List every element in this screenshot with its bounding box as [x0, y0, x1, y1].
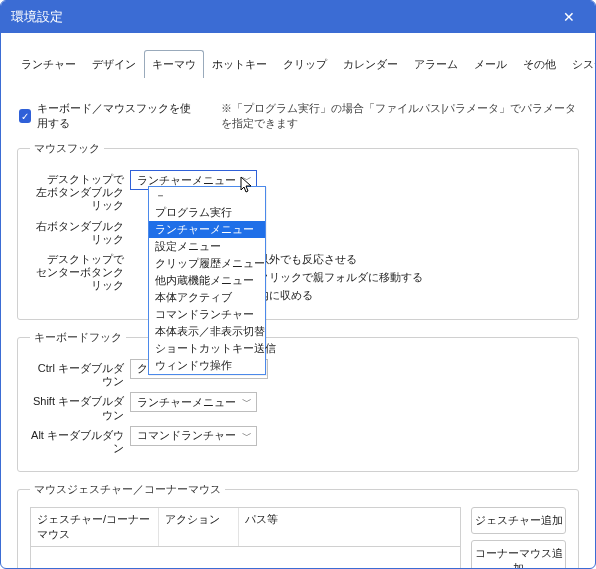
select-value: ランチャーメニュー — [137, 395, 236, 410]
tab-hotkey[interactable]: ホットキー — [204, 50, 275, 78]
gesture-table[interactable]: ジェスチャー/コーナーマウス アクション パス等 — [30, 507, 461, 569]
gesture-col-0: ジェスチャー/コーナーマウス — [31, 508, 159, 546]
add-corner-button[interactable]: コーナーマウス追加 — [471, 540, 566, 569]
dropdown-option[interactable]: ショートカットキー送信 — [149, 340, 265, 357]
tab-alarm[interactable]: アラーム — [406, 50, 466, 78]
chevron-down-icon: ﹀ — [242, 395, 252, 409]
gesture-group: マウスジェスチャー／コーナーマウス ジェスチャー/コーナーマウス アクション パ… — [17, 482, 579, 569]
add-gesture-button[interactable]: ジェスチャー追加 — [471, 507, 566, 534]
tab-mail[interactable]: メール — [466, 50, 515, 78]
dropdown-option-selected[interactable]: ランチャーメニュー — [149, 221, 265, 238]
gesture-legend: マウスジェスチャー／コーナーマウス — [30, 482, 225, 497]
dropdown-list[interactable]: － プログラム実行 ランチャーメニュー 設定メニュー クリップ履歴メニュー 他内… — [148, 186, 266, 375]
tab-calendar[interactable]: カレンダー — [335, 50, 406, 78]
alt-dbldown-label: Alt キーダブルダウン — [30, 426, 130, 455]
mouse-hook-group: マウスフック デスクトップで 左ボタンダブルクリック ランチャーメニュー ﹀ 右… — [17, 141, 579, 320]
window-title: 環境設定 — [11, 8, 63, 26]
tab-design[interactable]: デザイン — [84, 50, 144, 78]
gesture-col-2: パス等 — [239, 508, 460, 546]
use-hook-checkbox[interactable]: ✓ — [19, 109, 31, 123]
dropdown-option[interactable]: 設定メニュー — [149, 238, 265, 255]
tab-clip[interactable]: クリップ — [275, 50, 335, 78]
dropdown-option[interactable]: プログラム実行 — [149, 204, 265, 221]
tab-system[interactable]: システム — [564, 50, 596, 78]
dropdown-option[interactable]: ウィンドウ操作 — [149, 357, 265, 374]
right-dblclick-label: 右ボタンダブルクリック — [30, 217, 130, 246]
dropdown-option[interactable]: クリップ履歴メニュー — [149, 255, 265, 272]
tab-strip: ランチャー デザイン キーマウ ホットキー クリップ カレンダー アラーム メー… — [13, 50, 596, 78]
keyboard-hook-legend: キーボードフック — [30, 330, 126, 345]
shift-dbldown-select[interactable]: ランチャーメニュー ﹀ — [130, 392, 257, 412]
close-icon[interactable]: ✕ — [553, 1, 585, 33]
param-hint: ※「プログラム実行」の場合「ファイルパス|パラメータ」でパラメータを指定できます — [221, 101, 579, 131]
select-value: コマンドランチャー — [137, 428, 236, 443]
desktop-left-dblclick-label: デスクトップで 左ボタンダブルクリック — [30, 170, 130, 213]
tab-keymouse[interactable]: キーマウ — [144, 50, 204, 78]
shift-dbldown-label: Shift キーダブルダウン — [30, 392, 130, 421]
gesture-col-1: アクション — [159, 508, 239, 546]
chevron-down-icon: ﹀ — [242, 429, 252, 443]
side-text-1: 以外でも反応させる — [258, 252, 423, 267]
keyboard-hook-group: キーボードフック Ctrl キーダブルダウン クリップ履歴メニュー ﹀ Shif… — [17, 330, 579, 472]
desktop-center-click-label: デスクトップで センターボタンクリック — [30, 250, 130, 293]
dropdown-option[interactable]: 他内蔵機能メニュー — [149, 272, 265, 289]
dropdown-option[interactable]: コマンドランチャー — [149, 306, 265, 323]
dropdown-option[interactable]: 本体表示／非表示切替 — [149, 323, 265, 340]
chevron-down-icon: ﹀ — [242, 173, 252, 187]
alt-dbldown-select[interactable]: コマンドランチャー ﹀ — [130, 426, 257, 446]
dropdown-option[interactable]: － — [149, 187, 265, 204]
tab-other[interactable]: その他 — [515, 50, 564, 78]
ctrl-dbldown-label: Ctrl キーダブルダウン — [30, 359, 130, 388]
dropdown-option[interactable]: 本体アクティブ — [149, 289, 265, 306]
side-text-3: 内に収める — [258, 288, 423, 303]
titlebar: 環境設定 ✕ — [1, 1, 595, 33]
mouse-hook-legend: マウスフック — [30, 141, 104, 156]
tab-launcher[interactable]: ランチャー — [13, 50, 84, 78]
use-hook-label: キーボード／マウスフックを使用する — [37, 101, 192, 131]
side-text-2: クリックで親フォルダに移動する — [258, 270, 423, 285]
